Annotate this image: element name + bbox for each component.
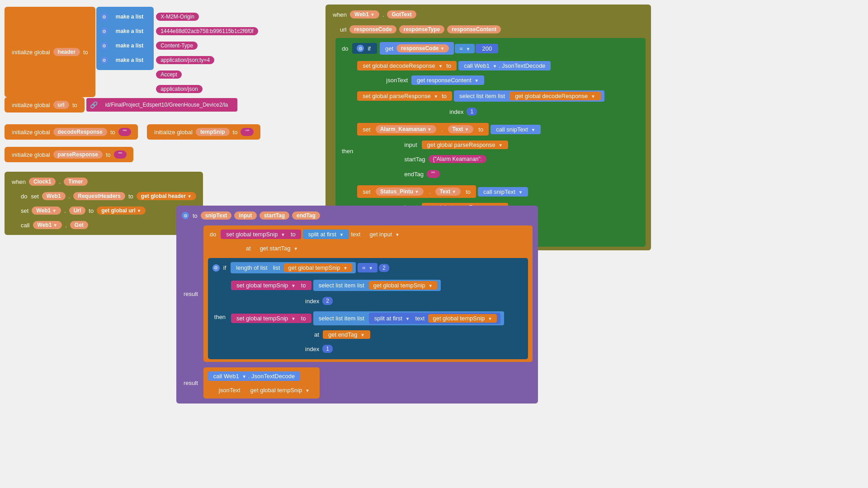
url-var[interactable]: url	[53, 101, 69, 109]
item-key: 1444e88d02acb758:b996115b1c2f6f0f	[156, 27, 258, 35]
get-method-pill[interactable]: Get	[70, 221, 88, 229]
tempsnip-block: initialize global tempSnip to ""	[147, 124, 260, 140]
web1c-pill[interactable]: Web1 ▼	[33, 221, 62, 229]
text-label-2: text	[415, 315, 425, 322]
get-decode-pill[interactable]: get global decodeResponse ▼	[509, 92, 601, 100]
header-var-pill[interactable]: header	[53, 48, 80, 56]
index-num-1b: 1	[322, 345, 333, 353]
item-x-m2m-origin: X-M2M-Origin	[156, 13, 199, 21]
text-prop-status[interactable]: Text ▼	[435, 188, 461, 196]
call-snip1-label: call snipText ▼	[496, 126, 535, 133]
select-list-block[interactable]: select list item list get global decodeR…	[454, 90, 604, 102]
gottext-event-pill[interactable]: GotText	[387, 10, 416, 19]
set-tempsnip2-block: set global tempSnip ▼ to	[231, 281, 311, 290]
select-item-1-label: select list item list	[319, 282, 364, 289]
to-label-dec: to	[446, 62, 451, 69]
web1-gottext-pill[interactable]: Web1 ▼	[350, 10, 379, 19]
decode-tempsnip-row: initialize global decodeResponse to "" i…	[5, 124, 260, 140]
get-tempsnip-s1[interactable]: get global tempSnip ▼	[369, 281, 437, 290]
init-global-label: initialize global	[12, 49, 50, 56]
set-alarm-block: set Alarm_Keamanan ▼ . Text ▼ to	[357, 123, 489, 136]
split-first-1: split at first ▼	[308, 231, 344, 238]
make-list-3[interactable]: make a list	[111, 42, 148, 50]
result-json-block: call Web1 ▼ . JsonTextDecode jsonText ge…	[203, 367, 320, 399]
starttag-param-pill: startTag	[259, 211, 289, 220]
web1b-pill[interactable]: Web1 ▼	[32, 206, 61, 215]
make-list-4[interactable]: make a list	[111, 56, 148, 64]
if-label: if	[368, 45, 371, 52]
get-tempsnip-final-label: get global tempSnip ▼	[250, 387, 310, 394]
dot-timer: .	[59, 178, 61, 185]
get-header-pill[interactable]: get global header ▼	[137, 192, 196, 200]
clock-outer-block: when Clock1 . Timer do set Web1 . Reques…	[5, 172, 203, 235]
select-item-1-block[interactable]: select list item list get global tempSni…	[313, 280, 441, 291]
call-snip2-block[interactable]: call snipText ▼	[478, 187, 528, 197]
dot3: .	[65, 222, 67, 229]
get-endtag-pill[interactable]: get endTag ▼	[323, 330, 370, 339]
get-parse-1[interactable]: get global parseResponse ▼	[422, 141, 509, 149]
val-200: 200	[482, 45, 492, 52]
set-tempsnip1-block: set global tempSnip ▼ to	[221, 230, 301, 239]
call-snip1-block[interactable]: call snipText ▼	[491, 125, 541, 134]
to-label-2: to	[89, 207, 94, 214]
get-tempsnip-ll[interactable]: get global tempSnip ▼	[284, 263, 352, 272]
index-num-2: 2	[322, 297, 333, 305]
clock1-pill[interactable]: Clock1	[29, 178, 56, 186]
do-label: do	[21, 193, 27, 200]
clock-timer-group: when Clock1 . Timer do set Web1 . Reques…	[5, 172, 203, 235]
call-json-block[interactable]: call Web1 ▼ . JsonTextDecode	[458, 61, 551, 70]
decode-to: to	[110, 129, 115, 136]
starttag-val-1: {"Alarm Keamanan":	[429, 155, 487, 163]
get-tempsnip-final[interactable]: get global tempSnip ▼	[245, 386, 315, 394]
tempsnip-to: to	[233, 129, 238, 136]
eq-block-snip[interactable]: = ▼	[358, 263, 377, 272]
item-appjson: application/json	[156, 85, 203, 93]
resp-code-pill[interactable]: responseCode ▼	[396, 44, 449, 52]
call-json-final[interactable]: call Web1 ▼ . JsonTextDecode	[208, 371, 300, 381]
then-label: then	[342, 148, 353, 155]
call-json-label: call Web1 ▼ . JsonTextDecode	[464, 62, 545, 69]
url-chain-icon: 🔗	[90, 101, 98, 108]
get-tempsnip-sf2[interactable]: get global tempSnip ▼	[428, 314, 496, 323]
call-label: call	[21, 222, 30, 229]
parse-var[interactable]: parseResponse	[53, 150, 103, 159]
decode-var[interactable]: decodeResponse	[53, 128, 107, 136]
status-comp[interactable]: Status_Pintu ▼	[376, 188, 424, 196]
select-item-2-block[interactable]: select list item list split at first ▼ t…	[313, 311, 504, 325]
set-tempsnip3-label: set global tempSnip ▼	[236, 315, 296, 322]
equals-block[interactable]: = ▼	[455, 44, 475, 53]
set-status-block: set Status_Pintu ▼ . Text ▼ to	[357, 185, 476, 198]
get-response-code-block[interactable]: get responseCode ▼	[380, 42, 454, 55]
parse-init-group: initialize global parseResponse to ""	[5, 147, 133, 162]
result-do-block: do set global tempSnip ▼ to split at fir…	[203, 225, 533, 362]
select-item-2-label: select list item list	[319, 315, 364, 322]
text-prop-alarm[interactable]: Text ▼	[448, 125, 474, 133]
make-list-2[interactable]: make a list	[111, 27, 148, 35]
response-code-param: responseCode	[349, 25, 396, 33]
endtag-label-1: endTag	[404, 171, 424, 178]
split-first-1-block[interactable]: split at first ▼	[303, 230, 349, 239]
get-input-pill[interactable]: get input ▼	[364, 230, 405, 239]
get-url-pill[interactable]: get global url ▼	[97, 206, 146, 215]
index-label-1: index	[449, 108, 463, 115]
req-headers-pill[interactable]: RequestHeaders	[73, 192, 125, 200]
set-tempsnip3-block: set global tempSnip ▼ to	[231, 314, 311, 323]
url-prop-pill[interactable]: Url	[69, 206, 86, 215]
get-starttag-pill[interactable]: get startTag ▼	[255, 244, 303, 253]
split-first-2-block[interactable]: split at first ▼ text get global tempSni…	[369, 313, 500, 324]
web1a-pill[interactable]: Web1	[42, 192, 66, 200]
dot2: .	[64, 207, 66, 214]
alarm-comp[interactable]: Alarm_Keamanan ▼	[376, 125, 436, 133]
gear-if: ⚙	[357, 45, 364, 52]
timer-pill[interactable]: Timer	[64, 178, 87, 186]
gear-icon-4: ⚙	[101, 56, 108, 64]
sniptext-name-pill[interactable]: snipText	[201, 211, 231, 220]
dot-alarm: .	[441, 126, 443, 133]
tempsnip-var[interactable]: tempSnip	[196, 128, 230, 136]
make-list-1[interactable]: make a list	[111, 13, 148, 21]
sniptext-outer: ⚙ to snipText input startTag endTag resu…	[176, 206, 538, 404]
result-label-2: result	[184, 380, 198, 386]
length-list-block[interactable]: length of list list get global tempSnip …	[231, 262, 356, 273]
item-content-type: Content-Type	[156, 42, 198, 50]
get-respcontent-block[interactable]: get responseContent ▼	[411, 75, 484, 85]
